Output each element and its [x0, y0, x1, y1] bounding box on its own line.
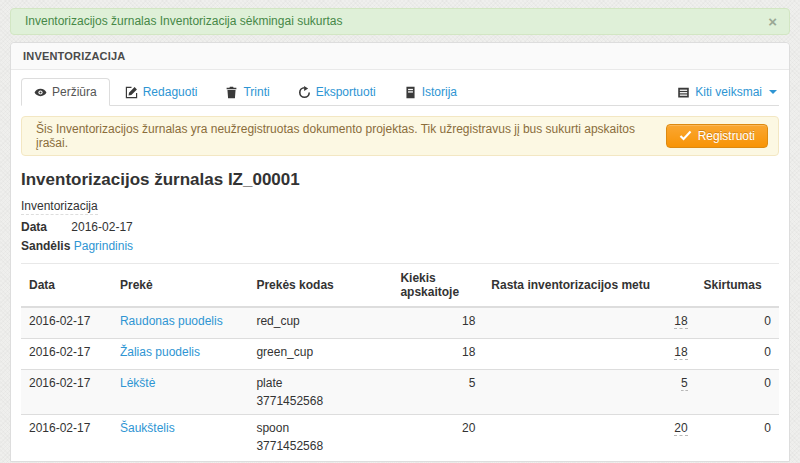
table-footer: 25 [21, 461, 779, 462]
close-icon[interactable]: × [768, 9, 777, 34]
archive-icon [404, 86, 417, 99]
field-data: Data 2016-02-17 [21, 220, 779, 234]
tab-label: Trinti [243, 85, 269, 99]
other-actions-dropdown[interactable]: Kiti veiksmai [675, 79, 779, 105]
draft-warning: Šis Inventorizacijos žurnalas yra neužre… [21, 116, 779, 156]
item-barcode: 3771452568 [256, 439, 384, 453]
found-qty-editable[interactable]: 20 [674, 421, 687, 436]
table-row: 2016-02-17 Lėkštė plate3771452568 5 5 0 [21, 370, 779, 415]
items-table: Data Prekė Prekės kodas Kiekis apskaitoj… [21, 263, 779, 459]
item-code: plate [256, 376, 282, 390]
col-rasta: Rasta inventorizacijos metu [483, 264, 695, 308]
edit-icon [125, 86, 138, 99]
item-link[interactable]: Žalias puodelis [120, 345, 200, 359]
col-prekes-kodas: Prekės kodas [248, 264, 392, 308]
item-link[interactable]: Raudonas puodelis [120, 314, 223, 328]
tab-label: Peržiūra [52, 85, 97, 99]
tab-bar: Peržiūra Redaguoti Trinti Eksportuoti [21, 78, 779, 106]
cell-diff: 0 [696, 415, 779, 460]
col-data: Data [21, 264, 112, 308]
panel-body: Peržiūra Redaguoti Trinti Eksportuoti [11, 70, 789, 462]
cell-diff: 0 [696, 307, 779, 339]
table-row: 2016-02-17 Žalias puodelis green_cup 18 … [21, 339, 779, 370]
export-icon [298, 86, 311, 99]
cell-date: 2016-02-17 [21, 370, 112, 415]
tab-label: Redaguoti [143, 85, 198, 99]
document-type-label: Inventorizacija [21, 199, 98, 215]
cell-qty: 18 [392, 307, 483, 339]
item-link[interactable]: Šaukštelis [120, 421, 175, 435]
success-alert: Inventorizacijos žurnalas Inventorizacij… [10, 8, 790, 35]
cell-diff: 0 [696, 339, 779, 370]
item-barcode: 3771452568 [256, 394, 384, 408]
tab-perziura[interactable]: Peržiūra [21, 78, 110, 106]
tab-redaguoti[interactable]: Redaguoti [112, 78, 211, 106]
cell-diff: 0 [696, 370, 779, 415]
table-row: 2016-02-17 Raudonas puodelis red_cup 18 … [21, 307, 779, 339]
panel-heading: INVENTORIZACIJA [11, 43, 789, 70]
cell-qty: 5 [392, 370, 483, 415]
cell-qty: 18 [392, 339, 483, 370]
tab-label: Eksportuoti [316, 85, 376, 99]
register-button-label: Registruoti [698, 129, 755, 143]
eye-icon [34, 86, 47, 99]
item-code: spoon [256, 421, 289, 435]
field-sandelis: Sandėlis Pagrindinis [21, 239, 779, 253]
tab-trinti[interactable]: Trinti [212, 78, 282, 106]
item-code: green_cup [256, 345, 313, 359]
inventory-panel: INVENTORIZACIJA Peržiūra Redaguoti Trin [10, 42, 790, 462]
col-skirtumas: Skirtumas [696, 264, 779, 308]
list-icon [677, 86, 690, 99]
draft-warning-text: Šis Inventorizacijos žurnalas yra neužre… [36, 122, 666, 150]
found-qty-editable[interactable]: 18 [674, 345, 687, 360]
cell-date: 2016-02-17 [21, 307, 112, 339]
found-qty-editable[interactable]: 5 [681, 376, 688, 391]
col-kiekis: Kiekis apskaitoje [392, 264, 483, 308]
trash-icon [225, 86, 238, 99]
table-row: 2016-02-17 Šaukštelis spoon3771452568 20… [21, 415, 779, 460]
field-label-data: Data [21, 220, 68, 234]
register-button[interactable]: Registruoti [666, 124, 768, 148]
field-value-data: 2016-02-17 [71, 220, 132, 234]
cell-date: 2016-02-17 [21, 415, 112, 460]
table-header-row: Data Prekė Prekės kodas Kiekis apskaitoj… [21, 264, 779, 308]
tab-label: Istorija [422, 85, 457, 99]
item-code: red_cup [256, 314, 299, 328]
found-qty-editable[interactable]: 18 [674, 314, 687, 329]
cell-qty: 20 [392, 415, 483, 460]
chevron-down-icon [769, 90, 777, 94]
cell-date: 2016-02-17 [21, 339, 112, 370]
warehouse-link[interactable]: Pagrindinis [74, 239, 133, 253]
item-link[interactable]: Lėkštė [120, 376, 155, 390]
tab-istorija[interactable]: Istorija [391, 78, 470, 106]
tab-eksportuoti[interactable]: Eksportuoti [285, 78, 389, 106]
field-label-sandelis: Sandėlis [21, 239, 70, 253]
success-alert-text: Inventorizacijos žurnalas Inventorizacij… [25, 14, 342, 28]
check-icon [679, 129, 692, 143]
page-title: Inventorizacijos žurnalas IZ_00001 [21, 170, 779, 190]
col-preke: Prekė [112, 264, 248, 308]
other-actions-label: Kiti veiksmai [695, 85, 762, 99]
